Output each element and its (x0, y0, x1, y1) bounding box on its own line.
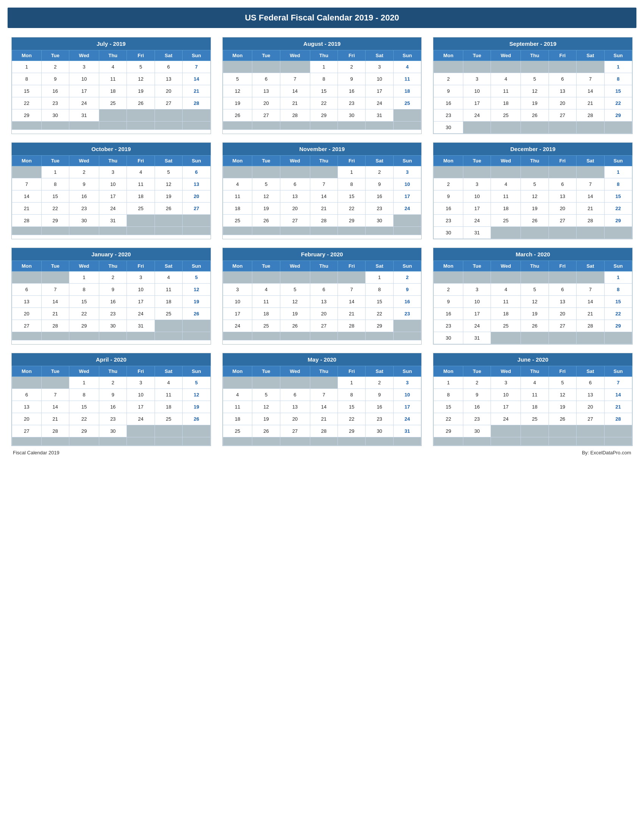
calendar-day (127, 425, 155, 437)
calendar-day (549, 122, 576, 133)
calendars-grid: July - 2019MonTueWedThuFriSatSun12345678… (8, 37, 636, 446)
calendar-day: 20 (280, 413, 310, 425)
calendar-day: 9 (41, 73, 69, 85)
calendar-day (99, 227, 127, 235)
calendar-day: 16 (41, 85, 69, 97)
calendar-day: 7 (576, 73, 604, 85)
calendar-day: 5 (521, 73, 549, 85)
calendar-day (365, 437, 393, 445)
calendar-day: 12 (252, 401, 280, 413)
calendar-day (127, 332, 155, 340)
calendar-february---2020: February - 2020MonTueWedThuFriSatSun1234… (222, 248, 422, 344)
day-header-fri: Fri (549, 366, 576, 377)
calendar-day (491, 166, 521, 178)
calendar-day: 21 (604, 401, 632, 413)
calendar-day (576, 332, 604, 344)
calendar-day: 26 (183, 308, 210, 320)
calendar-day: 30 (434, 227, 463, 239)
calendar-day: 21 (310, 203, 338, 215)
calendar-day (576, 227, 604, 239)
day-header-sat: Sat (576, 366, 604, 377)
calendar-day (183, 320, 210, 332)
calendar-day: 19 (521, 308, 549, 320)
calendar-day (549, 437, 576, 445)
calendar-day: 21 (280, 97, 310, 109)
calendar-day: 22 (338, 203, 365, 215)
page-header: US Federal Fiscal Calendar 2019 - 2020 (8, 8, 636, 28)
calendar-day: 3 (463, 284, 491, 296)
calendar-day (155, 320, 182, 332)
calendar-day (155, 109, 182, 122)
day-header-sat: Sat (155, 366, 182, 377)
calendar-day: 27 (549, 320, 576, 332)
calendar-day: 30 (365, 215, 393, 227)
calendar-day: 1 (41, 166, 69, 178)
calendar-day: 6 (155, 61, 182, 73)
footer-left: Fiscal Calendar 2019 (13, 450, 60, 455)
calendar-day (252, 332, 280, 340)
calendar-day: 25 (223, 425, 252, 437)
calendar-day: 22 (310, 97, 338, 109)
calendar-day (491, 437, 521, 445)
day-header-sat: Sat (365, 366, 393, 377)
calendar-day: 28 (310, 425, 338, 437)
calendar-day: 16 (338, 85, 365, 97)
calendar-day (549, 272, 576, 284)
calendar-day: 28 (310, 215, 338, 227)
calendar-day: 8 (604, 73, 632, 85)
calendar-day: 10 (69, 73, 99, 85)
calendar-day: 17 (463, 308, 491, 320)
calendar-day (280, 166, 310, 178)
day-header-tue: Tue (41, 261, 69, 272)
calendar-day: 22 (365, 308, 393, 320)
calendar-day: 30 (434, 122, 463, 133)
calendar-day (393, 109, 421, 122)
calendar-day: 21 (12, 203, 42, 215)
calendar-day (521, 227, 549, 239)
calendar-day: 27 (549, 215, 576, 227)
day-header-sun: Sun (393, 156, 421, 166)
calendar-day: 18 (155, 401, 182, 413)
calendar-day (223, 227, 252, 235)
calendar-day: 10 (463, 190, 491, 203)
calendar-day: 7 (41, 389, 69, 401)
calendar-title: December - 2019 (433, 143, 632, 155)
calendar-day (41, 377, 69, 389)
calendar-day: 5 (521, 284, 549, 296)
calendar-day: 18 (99, 85, 127, 97)
day-header-sun: Sun (183, 50, 210, 61)
calendar-day (12, 227, 42, 235)
calendar-day: 31 (463, 227, 491, 239)
calendar-day (280, 272, 310, 284)
calendar-day: 19 (280, 308, 310, 320)
calendar-day: 24 (393, 413, 421, 425)
day-header-mon: Mon (12, 261, 42, 272)
calendar-day (521, 425, 549, 437)
calendar-day: 5 (280, 284, 310, 296)
calendar-day: 10 (127, 284, 155, 296)
calendar-day: 9 (434, 190, 463, 203)
calendar-day: 21 (183, 85, 210, 97)
calendar-june---2020: June - 2020MonTueWedThuFriSatSun12345678… (433, 353, 633, 446)
calendar-day: 20 (549, 308, 576, 320)
day-header-wed: Wed (491, 261, 521, 272)
calendar-day: 24 (463, 320, 491, 332)
calendar-day (521, 122, 549, 133)
calendar-day: 21 (576, 308, 604, 320)
calendar-day (338, 437, 365, 445)
calendar-day: 25 (99, 97, 127, 109)
calendar-day: 11 (155, 389, 182, 401)
calendar-day: 13 (183, 178, 210, 190)
calendar-day: 7 (338, 284, 365, 296)
calendar-day: 6 (252, 73, 280, 85)
calendar-day: 27 (576, 413, 604, 425)
calendar-day: 14 (310, 401, 338, 413)
calendar-day: 27 (155, 97, 182, 109)
day-header-thu: Thu (310, 261, 338, 272)
calendar-day: 2 (365, 377, 393, 389)
calendar-day: 29 (310, 109, 338, 122)
day-header-fri: Fri (549, 50, 576, 61)
calendar-day (576, 166, 604, 178)
calendar-day: 15 (604, 85, 632, 97)
calendar-day (463, 437, 491, 445)
